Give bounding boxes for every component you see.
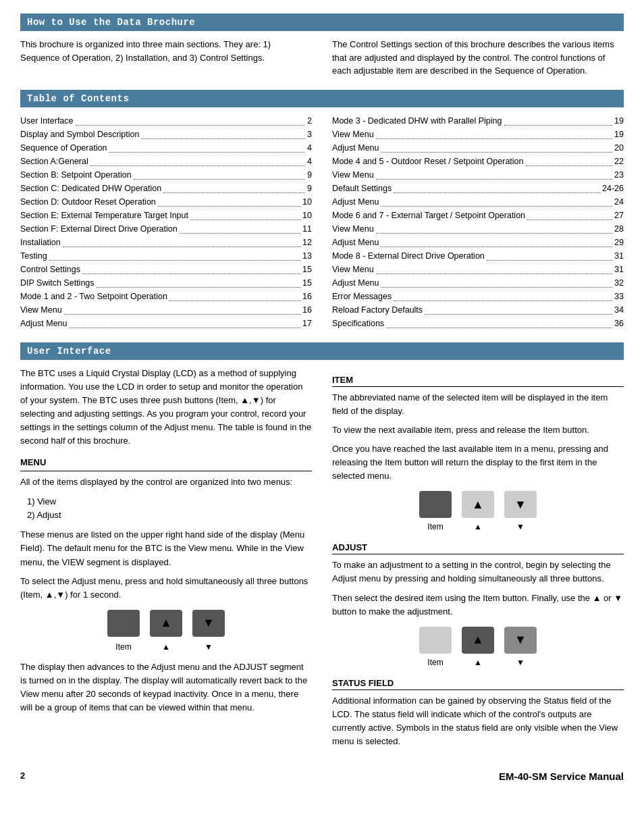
toc-title: Section D: Outdoor Reset Operation [20, 195, 156, 209]
toc-item: View Menu19 [332, 128, 624, 141]
item-button-2[interactable] [419, 491, 452, 518]
toc-item: Section D: Outdoor Reset Operation 10 [20, 195, 312, 209]
up-button-3[interactable]: ▲ [462, 627, 494, 654]
toc-page: 27 [614, 209, 624, 222]
item-subtitle: ITEM [332, 375, 624, 387]
toc-title: DIP Switch Settings [20, 276, 95, 290]
toc-title: Testing [20, 249, 47, 263]
toc-item: Adjust Menu 32 [332, 276, 624, 290]
diagram3-item-label: Item [419, 658, 452, 667]
toc-item: Default Settings 24-26 [332, 182, 624, 195]
toc-dots [141, 128, 305, 139]
diagram2: ▲ ▼ [332, 491, 624, 518]
toc-dots [394, 182, 600, 193]
toc-item: Adjust Menu 24 [332, 195, 624, 209]
toc-page: 32 [614, 276, 624, 290]
item-text2: To view the next available item, press a… [332, 423, 624, 437]
adjust-text2: Then select the desired item using the I… [332, 592, 624, 619]
adjust-subtitle: ADJUST [332, 542, 624, 554]
adjust-text1: To make an adjustment to a setting in th… [332, 558, 624, 585]
toc-page: 24 [614, 195, 624, 209]
menu-text1: All of the items displayed by the contro… [20, 475, 312, 489]
toc-page: 12 [302, 236, 312, 249]
user-interface-header: User Interface [20, 342, 624, 360]
toc-item: Adjust Menu 17 [20, 317, 312, 330]
toc-item: View Menu31 [332, 263, 624, 276]
toc-dots [381, 141, 612, 153]
item-button-3[interactable] [419, 627, 452, 654]
up-button-2[interactable]: ▲ [462, 491, 494, 518]
up-button-1[interactable]: ▲ [150, 610, 182, 637]
toc-page: 9 [307, 168, 312, 182]
toc-title: View Menu [332, 168, 374, 182]
down-arrow-icon-2: ▼ [514, 498, 527, 512]
toc-page: 23 [614, 168, 624, 182]
page-footer: 2 EM-40-SM Service Manual [20, 767, 624, 782]
toc-item: Error Messages33 [332, 290, 624, 303]
toc-item: Mode 1 and 2 - Two Setpoint Operation 16 [20, 290, 312, 303]
diagram3-labels: Item ▲ ▼ [332, 658, 624, 667]
toc-dots [97, 276, 301, 288]
toc-dots [109, 141, 305, 153]
toc-item: Mode 8 - External Direct Drive Operation… [332, 249, 624, 263]
toc-item: Reload Factory Defaults 34 [332, 303, 624, 317]
toc-item: Display and Symbol Description 3 [20, 128, 312, 141]
toc-dots [134, 168, 305, 180]
toc-dots [394, 290, 612, 301]
down-button-2[interactable]: ▼ [504, 491, 537, 518]
toc-dots [69, 317, 300, 328]
toc-item: Section E: External Temperature Target I… [20, 209, 312, 222]
toc-item: Testing13 [20, 249, 312, 263]
toc-item: Section A:General4 [20, 155, 312, 168]
toc-title: Adjust Menu [20, 317, 67, 330]
toc-dots [381, 276, 612, 288]
page-number: 2 [20, 771, 25, 782]
diagram1-labels: Item ▲ ▼ [20, 641, 312, 654]
down-button-1[interactable]: ▼ [192, 610, 225, 637]
up-arrow-icon-1: ▲ [160, 614, 172, 633]
toc-item: User Interface 2 [20, 114, 312, 128]
down-button-3[interactable]: ▼ [504, 627, 537, 654]
toc-dots [82, 263, 300, 274]
toc-item: Mode 4 and 5 - Outdoor Reset / Setpoint … [332, 155, 624, 168]
how-to-use-left: This brochure is organized into three ma… [20, 38, 312, 78]
ui-right-col: ITEM The abbreviated name of the selecte… [332, 367, 624, 754]
toc-dots [180, 222, 300, 234]
toc-left-col: User Interface 2Display and Symbol Descr… [20, 114, 312, 330]
toc-page: 16 [302, 290, 312, 303]
toc-item: Installation 12 [20, 236, 312, 249]
toc-page: 4 [307, 155, 312, 168]
item-button-1[interactable] [107, 610, 140, 637]
toc-dots [76, 114, 306, 126]
toc-dots [64, 303, 300, 315]
menu-text2: These menus are listed on the upper righ… [20, 528, 312, 569]
down-arrow-icon-3: ▼ [514, 633, 527, 647]
toc-title: Adjust Menu [332, 236, 379, 249]
toc-title: Mode 4 and 5 - Outdoor Reset / Setpoint … [332, 155, 524, 168]
toc-page: 36 [614, 317, 624, 330]
diagram1-item-label: Item [107, 641, 140, 654]
toc-title: Section A:General [20, 155, 88, 168]
toc-title: View Menu [20, 303, 62, 317]
toc-title: Default Settings [332, 182, 392, 195]
status-text: Additional information can be gained by … [332, 694, 624, 749]
toc-item: Control Settings15 [20, 263, 312, 276]
ui-intro-text: The BTC uses a Liquid Crystal Display (L… [20, 367, 312, 448]
toc-title: Section B: Setpoint Operation [20, 168, 132, 182]
toc-grid: User Interface 2Display and Symbol Descr… [20, 114, 624, 330]
toc-title: Sequence of Operation [20, 141, 107, 155]
toc-page: 15 [302, 263, 312, 276]
how-to-use-header: How to Use the Data Brochure [20, 14, 624, 31]
toc-item: Specifications 36 [332, 317, 624, 330]
menu-subtitle: MENU [20, 456, 312, 471]
toc-title: Adjust Menu [332, 195, 379, 209]
toc-page: 31 [614, 249, 624, 263]
toc-page: 24-26 [602, 182, 624, 195]
toc-page: 34 [614, 303, 624, 317]
toc-dots [376, 222, 612, 234]
toc-item: View Menu28 [332, 222, 624, 236]
diagram1-up-label: ▲ [150, 641, 182, 654]
toc-title: Section E: External Temperature Target I… [20, 209, 188, 222]
toc-title: Adjust Menu [332, 141, 379, 155]
toc-page: 2 [307, 114, 312, 128]
